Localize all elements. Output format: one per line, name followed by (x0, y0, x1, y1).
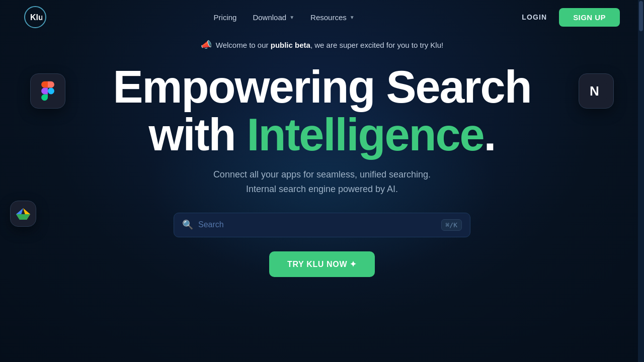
search-icon: 🔍 (182, 219, 193, 230)
hero-title: Empowering Search with Intelligence. (113, 63, 531, 158)
svg-marker-6 (16, 214, 30, 220)
search-bar[interactable]: 🔍 ⌘/K (174, 213, 470, 237)
hero-section: N Empowering Search with Intelligence. C… (0, 53, 644, 277)
nav-right: LOGIN SIGN UP (522, 8, 620, 27)
nav-resources[interactable]: Resources ▼ (310, 13, 355, 22)
notion-icon: N (579, 73, 614, 109)
banner-icon: 📣 (201, 39, 212, 50)
logo[interactable]: Klu (24, 6, 46, 28)
search-input[interactable] (198, 220, 436, 229)
scrollbar[interactable] (638, 0, 644, 362)
search-container: 🔍 ⌘/K (174, 213, 470, 237)
signup-button[interactable]: SIGN UP (559, 8, 620, 27)
nav-download[interactable]: Download ▼ (253, 13, 294, 22)
banner-text: Welcome to our public beta, we are super… (216, 41, 443, 49)
drive-icon (10, 201, 36, 227)
svg-text:N: N (590, 83, 599, 99)
navbar: Klu Pricing Download ▼ Resources ▼ LOGIN… (0, 0, 644, 34)
svg-text:Klu: Klu (30, 13, 42, 22)
cta-button[interactable]: TRY KLU NOW ✦ (269, 251, 375, 277)
figma-icon (30, 73, 65, 109)
resources-chevron-icon: ▼ (350, 15, 355, 20)
download-chevron-icon: ▼ (289, 15, 294, 20)
login-button[interactable]: LOGIN (522, 13, 547, 21)
nav-center: Pricing Download ▼ Resources ▼ (214, 13, 355, 22)
nav-pricing[interactable]: Pricing (214, 13, 237, 22)
hero-subtitle: Connect all your apps for seamless, unif… (213, 167, 431, 197)
announcement-banner: 📣 Welcome to our public beta, we are sup… (0, 34, 644, 53)
cta-container: TRY KLU NOW ✦ (269, 251, 375, 277)
search-shortcut: ⌘/K (441, 219, 462, 231)
